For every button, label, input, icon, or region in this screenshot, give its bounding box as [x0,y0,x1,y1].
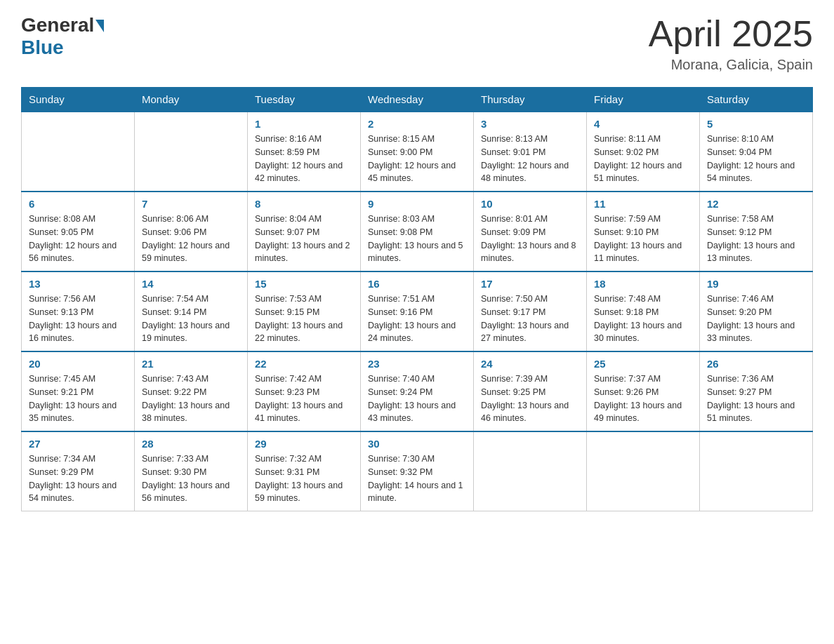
calendar-cell: 20Sunrise: 7:45 AMSunset: 9:21 PMDayligh… [22,351,135,431]
day-number: 4 [594,118,692,130]
day-info: Sunrise: 7:54 AMSunset: 9:14 PMDaylight:… [142,293,240,345]
calendar-cell: 23Sunrise: 7:40 AMSunset: 9:24 PMDayligh… [361,351,474,431]
calendar-cell: 22Sunrise: 7:42 AMSunset: 9:23 PMDayligh… [248,351,361,431]
day-info: Sunrise: 7:50 AMSunset: 9:17 PMDaylight:… [481,293,579,345]
week-row-1: 1Sunrise: 8:16 AMSunset: 8:59 PMDaylight… [22,112,813,192]
day-number: 2 [368,118,466,130]
day-number: 12 [707,198,805,210]
calendar-cell: 3Sunrise: 8:13 AMSunset: 9:01 PMDaylight… [474,112,587,192]
day-header-tuesday: Tuesday [248,88,361,112]
day-number: 18 [594,278,692,290]
day-info: Sunrise: 7:45 AMSunset: 9:21 PMDaylight:… [29,373,127,425]
day-number: 8 [255,198,353,210]
calendar-cell: 7Sunrise: 8:06 AMSunset: 9:06 PMDaylight… [135,192,248,271]
calendar-cell: 28Sunrise: 7:33 AMSunset: 9:30 PMDayligh… [135,431,248,511]
calendar-cell: 26Sunrise: 7:36 AMSunset: 9:27 PMDayligh… [700,351,813,431]
day-header-wednesday: Wednesday [361,88,474,112]
day-number: 25 [594,358,692,370]
day-number: 7 [142,198,240,210]
calendar-cell [22,112,135,192]
day-info: Sunrise: 7:32 AMSunset: 9:31 PMDaylight:… [255,452,353,505]
day-number: 14 [142,278,240,290]
day-info: Sunrise: 8:10 AMSunset: 9:04 PMDaylight:… [707,133,805,185]
calendar-cell: 8Sunrise: 8:04 AMSunset: 9:07 PMDaylight… [248,192,361,271]
calendar-cell: 21Sunrise: 7:43 AMSunset: 9:22 PMDayligh… [135,351,248,431]
calendar-cell: 30Sunrise: 7:30 AMSunset: 9:32 PMDayligh… [361,431,474,511]
day-header-monday: Monday [135,88,248,112]
calendar-cell: 24Sunrise: 7:39 AMSunset: 9:25 PMDayligh… [474,351,587,431]
week-row-5: 27Sunrise: 7:34 AMSunset: 9:29 PMDayligh… [22,431,813,511]
day-info: Sunrise: 8:08 AMSunset: 9:05 PMDaylight:… [29,213,127,265]
calendar-cell: 6Sunrise: 8:08 AMSunset: 9:05 PMDaylight… [22,192,135,271]
calendar-cell: 19Sunrise: 7:46 AMSunset: 9:20 PMDayligh… [700,271,813,351]
logo-arrow-icon [95,20,104,32]
calendar-cell: 17Sunrise: 7:50 AMSunset: 9:17 PMDayligh… [474,271,587,351]
day-number: 5 [707,118,805,130]
day-number: 20 [29,358,127,370]
day-number: 21 [142,358,240,370]
calendar-cell: 29Sunrise: 7:32 AMSunset: 9:31 PMDayligh… [248,431,361,511]
day-info: Sunrise: 8:15 AMSunset: 9:00 PMDaylight:… [368,133,466,185]
day-header-saturday: Saturday [700,88,813,112]
logo-general-text: General [21,14,94,36]
calendar-cell: 2Sunrise: 8:15 AMSunset: 9:00 PMDaylight… [361,112,474,192]
day-info: Sunrise: 8:06 AMSunset: 9:06 PMDaylight:… [142,213,240,265]
day-header-thursday: Thursday [474,88,587,112]
day-number: 16 [368,278,466,290]
day-number: 17 [481,278,579,290]
day-info: Sunrise: 7:46 AMSunset: 9:20 PMDaylight:… [707,293,805,345]
day-number: 9 [368,198,466,210]
day-number: 3 [481,118,579,130]
day-info: Sunrise: 7:58 AMSunset: 9:12 PMDaylight:… [707,213,805,265]
calendar-cell: 27Sunrise: 7:34 AMSunset: 9:29 PMDayligh… [22,431,135,511]
day-info: Sunrise: 7:51 AMSunset: 9:16 PMDaylight:… [368,293,466,345]
day-info: Sunrise: 7:42 AMSunset: 9:23 PMDaylight:… [255,373,353,425]
day-number: 19 [707,278,805,290]
calendar-cell [587,431,700,511]
calendar-cell: 9Sunrise: 8:03 AMSunset: 9:08 PMDaylight… [361,192,474,271]
week-row-4: 20Sunrise: 7:45 AMSunset: 9:21 PMDayligh… [22,351,813,431]
calendar-cell: 13Sunrise: 7:56 AMSunset: 9:13 PMDayligh… [22,271,135,351]
calendar-cell: 25Sunrise: 7:37 AMSunset: 9:26 PMDayligh… [587,351,700,431]
day-info: Sunrise: 7:53 AMSunset: 9:15 PMDaylight:… [255,293,353,345]
location: Morana, Galicia, Spain [649,57,813,73]
week-row-2: 6Sunrise: 8:08 AMSunset: 9:05 PMDaylight… [22,192,813,271]
calendar-cell [474,431,587,511]
day-info: Sunrise: 7:40 AMSunset: 9:24 PMDaylight:… [368,373,466,425]
day-number: 22 [255,358,353,370]
day-info: Sunrise: 8:11 AMSunset: 9:02 PMDaylight:… [594,133,692,185]
day-info: Sunrise: 7:37 AMSunset: 9:26 PMDaylight:… [594,373,692,425]
day-header-sunday: Sunday [22,88,135,112]
day-info: Sunrise: 7:33 AMSunset: 9:30 PMDaylight:… [142,452,240,505]
day-number: 26 [707,358,805,370]
day-header-friday: Friday [587,88,700,112]
calendar-cell: 12Sunrise: 7:58 AMSunset: 9:12 PMDayligh… [700,192,813,271]
calendar-cell: 10Sunrise: 8:01 AMSunset: 9:09 PMDayligh… [474,192,587,271]
day-info: Sunrise: 7:48 AMSunset: 9:18 PMDaylight:… [594,293,692,345]
day-number: 28 [142,438,240,450]
calendar-cell: 5Sunrise: 8:10 AMSunset: 9:04 PMDaylight… [700,112,813,192]
day-number: 15 [255,278,353,290]
day-info: Sunrise: 8:01 AMSunset: 9:09 PMDaylight:… [481,213,579,265]
calendar-cell [700,431,813,511]
day-number: 23 [368,358,466,370]
calendar-table: SundayMondayTuesdayWednesdayThursdayFrid… [21,87,813,511]
day-number: 29 [255,438,353,450]
day-number: 27 [29,438,127,450]
day-info: Sunrise: 8:03 AMSunset: 9:08 PMDaylight:… [368,213,466,265]
day-number: 24 [481,358,579,370]
calendar-cell: 4Sunrise: 8:11 AMSunset: 9:02 PMDaylight… [587,112,700,192]
days-header-row: SundayMondayTuesdayWednesdayThursdayFrid… [22,88,813,112]
month-title: April 2025 [649,14,813,54]
logo-blue-text: Blue [21,36,64,59]
page-header: General Blue April 2025 Morana, Galicia,… [21,14,813,73]
day-number: 11 [594,198,692,210]
day-number: 6 [29,198,127,210]
day-info: Sunrise: 7:36 AMSunset: 9:27 PMDaylight:… [707,373,805,425]
calendar-cell: 11Sunrise: 7:59 AMSunset: 9:10 PMDayligh… [587,192,700,271]
calendar-cell [135,112,248,192]
calendar-cell: 16Sunrise: 7:51 AMSunset: 9:16 PMDayligh… [361,271,474,351]
week-row-3: 13Sunrise: 7:56 AMSunset: 9:13 PMDayligh… [22,271,813,351]
day-info: Sunrise: 7:56 AMSunset: 9:13 PMDaylight:… [29,293,127,345]
day-info: Sunrise: 7:39 AMSunset: 9:25 PMDaylight:… [481,373,579,425]
